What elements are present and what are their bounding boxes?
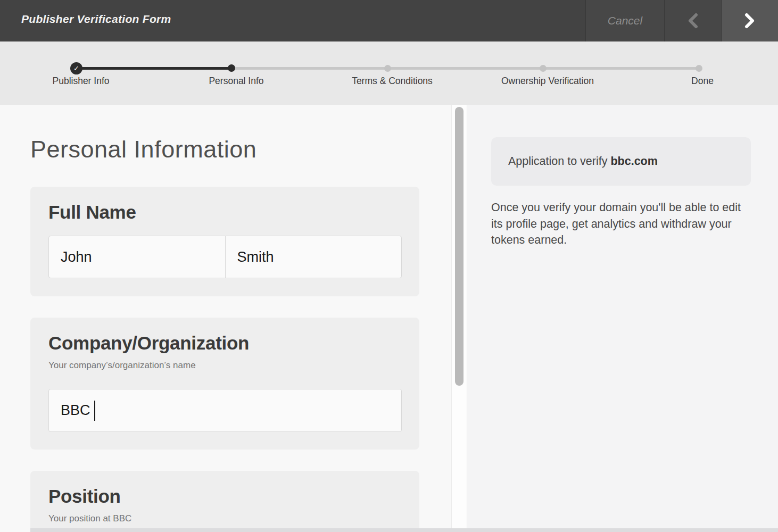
full-name-fields: John Smith [48, 236, 402, 278]
progress-stepper: ✓ Publisher Info Personal Info Terms & C… [0, 41, 778, 105]
step-label-done[interactable]: Done [691, 76, 714, 87]
stepper-progress [76, 67, 231, 70]
chevron-left-icon [687, 13, 699, 29]
last-name-value: Smith [237, 249, 274, 265]
full-name-card: Full Name John Smith [30, 187, 419, 296]
company-value: BBC [61, 402, 90, 419]
verification-description: Once you verify your domain you'll be ab… [491, 200, 755, 248]
horizontal-scrollbar-track[interactable] [30, 528, 778, 532]
step-terms-dot[interactable] [384, 65, 391, 72]
step-ownership-dot[interactable] [540, 65, 547, 72]
first-name-value: John [61, 249, 92, 265]
vertical-scrollbar-track[interactable] [451, 105, 467, 532]
application-domain-box: Application to verify bbc.com [491, 137, 751, 186]
form-panel: Personal Information Full Name John Smit… [0, 105, 451, 532]
company-hint: Your company’s/organization’s name [48, 360, 196, 371]
check-icon: ✓ [73, 64, 79, 72]
step-label-publisher-info[interactable]: Publisher Info [52, 76, 109, 87]
page-title: Publisher Verification Form [21, 13, 171, 26]
text-cursor [94, 401, 95, 421]
title-bar: Publisher Verification Form Cancel [0, 0, 778, 41]
domain-name: bbc.com [610, 155, 657, 168]
cancel-button[interactable]: Cancel [585, 0, 664, 41]
vertical-scrollbar-thumb[interactable] [455, 107, 464, 386]
cancel-button-label: Cancel [608, 14, 642, 27]
position-hint: Your position at BBC [48, 513, 131, 524]
company-input[interactable]: BBC [48, 389, 402, 432]
full-name-heading: Full Name [48, 202, 136, 223]
last-name-input[interactable]: Smith [225, 236, 402, 278]
step-personal-info-dot[interactable] [228, 64, 235, 72]
next-step-button[interactable] [721, 0, 778, 41]
company-fields: BBC [48, 389, 402, 432]
section-title: Personal Information [30, 136, 256, 163]
application-prefix-text: Application to verify [508, 155, 607, 168]
company-card: Company/Organization Your company’s/orga… [30, 318, 419, 450]
company-heading: Company/Organization [48, 332, 249, 354]
position-card: Position Your position at BBC [30, 471, 419, 532]
previous-step-button[interactable] [664, 0, 721, 41]
info-sidebar: Application to verify bbc.com Once you v… [467, 105, 778, 532]
first-name-input[interactable]: John [48, 236, 226, 278]
step-publisher-info-check-icon[interactable]: ✓ [70, 62, 82, 74]
step-label-ownership-verification[interactable]: Ownership Verification [501, 76, 594, 87]
step-label-terms-conditions[interactable]: Terms & Conditions [352, 76, 433, 87]
chevron-right-icon [744, 13, 756, 29]
step-done-dot[interactable] [696, 65, 702, 72]
position-heading: Position [48, 486, 121, 507]
step-label-personal-info[interactable]: Personal Info [209, 76, 263, 87]
